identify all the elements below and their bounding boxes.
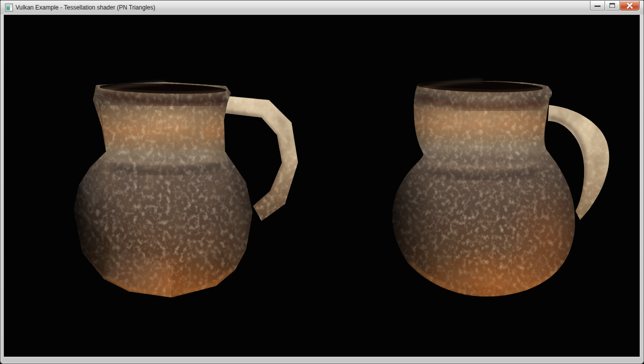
minimize-button[interactable] [590, 1, 605, 10]
render-canvas [4, 15, 640, 358]
close-button[interactable] [620, 1, 640, 10]
jug-tessellated-opening [417, 80, 543, 94]
app-icon [5, 4, 13, 12]
maximize-button[interactable] [605, 1, 620, 10]
titlebar[interactable]: Vulkan Example - Tessellation shader (PN… [0, 0, 644, 14]
minimize-icon [594, 6, 600, 7]
window-controls [590, 1, 640, 10]
window-title: Vulkan Example - Tessellation shader (PN… [16, 0, 155, 14]
viewport[interactable] [4, 14, 640, 357]
app-window: Vulkan Example - Tessellation shader (PN… [0, 0, 644, 364]
close-icon [626, 2, 634, 8]
maximize-icon [610, 3, 615, 8]
